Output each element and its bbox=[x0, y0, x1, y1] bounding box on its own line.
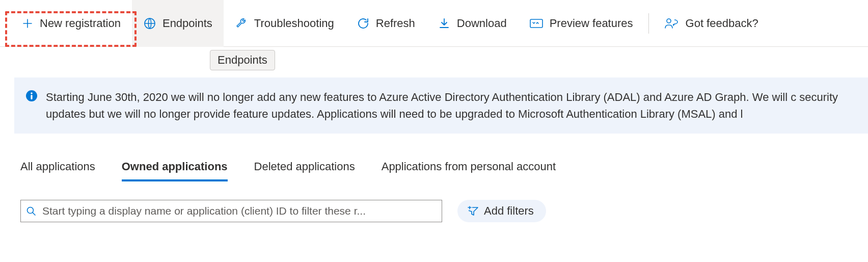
got-feedback-button[interactable]: Got feedback? bbox=[653, 0, 770, 47]
svg-point-2 bbox=[667, 19, 671, 23]
tab-label: All applications bbox=[20, 160, 95, 173]
filter-icon bbox=[467, 205, 479, 217]
feedback-icon bbox=[664, 17, 680, 30]
download-button[interactable]: Download bbox=[426, 0, 518, 47]
refresh-icon bbox=[357, 17, 370, 30]
preview-features-label: Preview features bbox=[550, 17, 633, 30]
svg-rect-5 bbox=[31, 95, 32, 99]
plus-icon bbox=[21, 17, 34, 30]
tab-label: Owned applications bbox=[122, 160, 228, 173]
endpoints-tooltip: Endpoints bbox=[210, 50, 275, 70]
new-registration-button[interactable]: New registration bbox=[10, 0, 132, 47]
new-registration-label: New registration bbox=[40, 17, 121, 30]
wrench-icon bbox=[235, 17, 248, 30]
tab-all-applications[interactable]: All applications bbox=[20, 160, 95, 181]
troubleshooting-button[interactable]: Troubleshooting bbox=[224, 0, 345, 47]
svg-point-4 bbox=[31, 92, 33, 94]
filter-row: Add filters bbox=[20, 200, 868, 222]
add-filters-button[interactable]: Add filters bbox=[457, 200, 546, 222]
troubleshooting-label: Troubleshooting bbox=[254, 17, 334, 30]
search-input[interactable] bbox=[41, 204, 437, 218]
command-bar: New registration Endpoints Troubleshooti… bbox=[0, 0, 868, 47]
search-icon bbox=[26, 206, 36, 216]
preview-features-icon bbox=[529, 17, 544, 30]
tab-personal-applications[interactable]: Applications from personal account bbox=[382, 160, 556, 181]
download-label: Download bbox=[457, 17, 507, 30]
got-feedback-label: Got feedback? bbox=[686, 17, 758, 30]
tab-label: Deleted applications bbox=[254, 160, 355, 173]
tab-deleted-applications[interactable]: Deleted applications bbox=[254, 160, 355, 181]
globe-icon bbox=[143, 17, 156, 30]
toolbar-divider bbox=[648, 13, 649, 34]
download-icon bbox=[438, 17, 451, 30]
refresh-label: Refresh bbox=[376, 17, 415, 30]
refresh-button[interactable]: Refresh bbox=[345, 0, 426, 47]
endpoints-button[interactable]: Endpoints bbox=[132, 0, 224, 47]
tab-owned-applications[interactable]: Owned applications bbox=[122, 160, 228, 181]
preview-features-button[interactable]: Preview features bbox=[518, 0, 644, 47]
info-banner: Starting June 30th, 2020 we will no long… bbox=[14, 77, 868, 134]
tabs: All applications Owned applications Dele… bbox=[20, 160, 868, 181]
endpoints-label: Endpoints bbox=[162, 17, 212, 30]
search-box[interactable] bbox=[20, 200, 442, 222]
info-icon bbox=[25, 90, 38, 122]
info-message: Starting June 30th, 2020 we will no long… bbox=[46, 89, 861, 122]
tooltip-text: Endpoints bbox=[218, 54, 267, 66]
add-filters-label: Add filters bbox=[484, 204, 534, 218]
tab-label: Applications from personal account bbox=[382, 160, 556, 173]
